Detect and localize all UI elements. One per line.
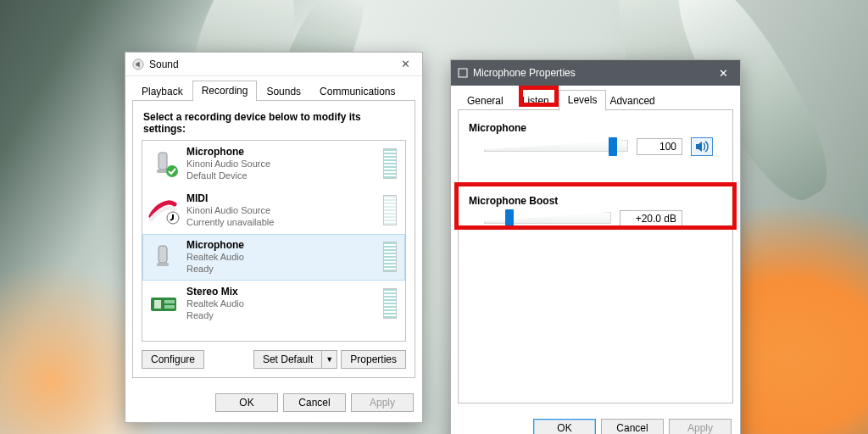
device-source: Kinoni Audio Source xyxy=(186,158,376,170)
configure-button[interactable]: Configure xyxy=(142,350,204,369)
device-name: Microphone xyxy=(186,239,376,251)
chevron-down-icon[interactable]: ▼ xyxy=(322,350,337,369)
list-item[interactable]: Stereo Mix Realtek Audio Ready xyxy=(142,281,405,327)
apply-button[interactable]: Apply xyxy=(669,419,732,434)
tab-sounds[interactable]: Sounds xyxy=(257,81,310,102)
sound-titlebar[interactable]: Sound ✕ xyxy=(125,53,422,76)
svg-rect-11 xyxy=(459,69,467,77)
microphone-level-value[interactable]: 100 xyxy=(637,138,682,155)
tab-advanced[interactable]: Advanced xyxy=(604,91,664,111)
sound-tabstrip: Playback Recording Sounds Communications xyxy=(132,80,415,101)
dialog-button-row: OK Cancel Apply xyxy=(451,410,740,434)
tab-communications[interactable]: Communications xyxy=(310,81,404,102)
cancel-button[interactable]: Cancel xyxy=(601,419,664,434)
microphone-level-slider[interactable] xyxy=(484,138,628,155)
dialog-button-row: OK Cancel Apply xyxy=(125,385,422,422)
soundcard-icon xyxy=(147,287,180,320)
tab-playback[interactable]: Playback xyxy=(132,81,192,102)
window-icon xyxy=(458,68,468,78)
set-default-button[interactable]: Set Default ▼ xyxy=(253,350,337,369)
device-source: Realtek Audio xyxy=(186,298,376,309)
dialog-title: Microphone Properties xyxy=(473,67,576,79)
mute-toggle-button[interactable] xyxy=(691,137,713,156)
tab-levels[interactable]: Levels xyxy=(559,90,607,111)
levels-tab-content: Microphone 100 Microphone Boost +20.0 dB xyxy=(458,110,733,403)
set-default-label[interactable]: Set Default xyxy=(253,350,322,369)
mic-boost-section-label: Microphone Boost xyxy=(469,195,722,207)
microphone-icon xyxy=(147,147,180,180)
svg-rect-9 xyxy=(164,300,175,303)
ok-button[interactable]: OK xyxy=(215,393,278,412)
list-item[interactable]: Microphone Realtek Audio Ready xyxy=(142,234,405,281)
list-item[interactable]: Microphone Kinoni Audio Source Default D… xyxy=(142,141,405,187)
svg-point-3 xyxy=(166,165,178,177)
instruction-text: Select a recording device below to modif… xyxy=(143,111,406,135)
mic-titlebar[interactable]: Microphone Properties ✕ xyxy=(451,60,740,86)
ok-button[interactable]: OK xyxy=(533,419,596,434)
microphone-icon xyxy=(147,241,180,273)
svg-rect-8 xyxy=(154,300,161,309)
close-icon[interactable]: ✕ xyxy=(711,67,735,80)
mic-tabstrip: General Listen Levels Advanced xyxy=(458,89,733,110)
svg-rect-5 xyxy=(159,246,167,263)
device-status: Ready xyxy=(186,309,376,321)
svg-rect-1 xyxy=(159,153,167,170)
sound-dialog: Sound ✕ Playback Recording Sounds Commun… xyxy=(125,52,423,423)
svg-rect-10 xyxy=(164,305,175,309)
level-meter xyxy=(383,148,397,179)
recording-device-list[interactable]: Microphone Kinoni Audio Source Default D… xyxy=(142,140,406,342)
properties-button[interactable]: Properties xyxy=(341,350,406,369)
mic-properties-dialog: Microphone Properties ✕ General Listen L… xyxy=(450,59,741,434)
level-meter xyxy=(383,288,397,319)
close-icon[interactable]: ✕ xyxy=(393,58,417,70)
level-meter xyxy=(383,195,397,225)
list-item[interactable]: MIDI Kinoni Audio Source Currently unava… xyxy=(142,187,405,234)
device-status: Currently unavailable xyxy=(186,216,376,228)
midi-icon xyxy=(147,194,180,226)
tab-recording[interactable]: Recording xyxy=(192,81,258,102)
tab-listen[interactable]: Listen xyxy=(513,91,559,111)
dialog-title: Sound xyxy=(149,58,179,70)
microphone-boost-slider[interactable] xyxy=(484,210,611,227)
device-source: Realtek Audio xyxy=(186,251,376,263)
sound-tab-content: Select a recording device below to modif… xyxy=(132,101,415,378)
device-name: MIDI xyxy=(186,192,376,204)
device-name: Microphone xyxy=(186,146,376,158)
tab-general[interactable]: General xyxy=(458,91,513,111)
speaker-icon xyxy=(695,141,709,153)
device-name: Stereo Mix xyxy=(186,286,376,298)
microphone-boost-value[interactable]: +20.0 dB xyxy=(620,210,682,227)
device-status: Default Device xyxy=(186,170,376,181)
level-meter xyxy=(383,242,397,272)
microphone-section-label: Microphone xyxy=(469,122,722,134)
device-source: Kinoni Audio Source xyxy=(186,204,376,216)
cancel-button[interactable]: Cancel xyxy=(283,393,346,412)
apply-button[interactable]: Apply xyxy=(351,393,414,412)
speaker-icon xyxy=(132,58,144,70)
device-status: Ready xyxy=(186,263,376,275)
svg-rect-6 xyxy=(157,263,169,266)
